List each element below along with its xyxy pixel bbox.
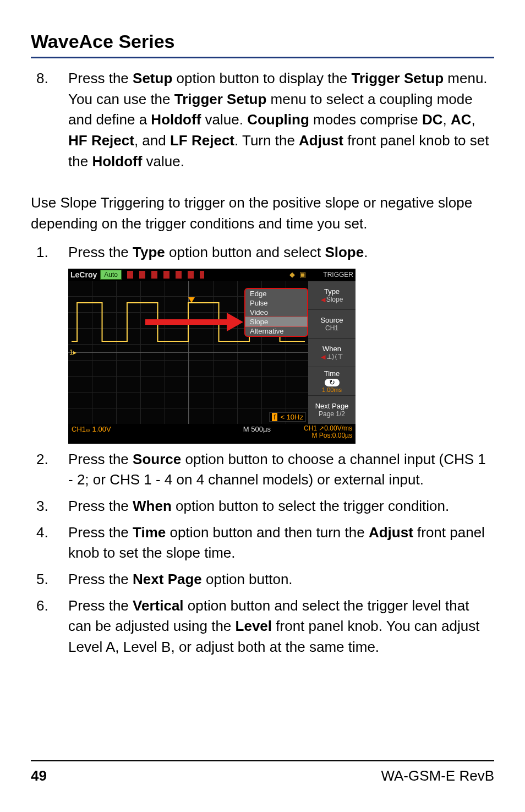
t: . [364,244,368,260]
left-arrow-icon: ◀ [321,353,325,360]
when-bold: When [133,498,172,514]
step-3-number: 3. [31,496,68,517]
red-callout-arrow-icon [145,319,228,325]
status-line-b: M Pos:0.00µs [311,432,352,439]
menu-time-label: Time [324,369,340,378]
page-number: 49 [31,767,47,784]
t: value. [142,153,184,170]
footer-rule [31,760,494,761]
scope-top-bar: LeCroy Auto ◆ ▣ TRIGGER [68,269,356,281]
left-arrow-icon: ◀ [321,296,325,303]
menu-type-value: ◀Slope [321,296,343,303]
holdoff-bold: Holdoff [151,111,201,128]
menu-time[interactable]: Time ↻ 1.00ms [308,367,356,395]
popup-option-alternative[interactable]: Alternative [245,326,307,336]
scope-status-bar: CH1⏛ 1.00V M 500µs CH1 ↗0.00V/ms M Pos:0… [68,424,356,444]
menu-next-page[interactable]: Next Page Page 1/2 [308,395,356,424]
page-footer: 49 WA-GSM-E RevB [31,767,494,784]
freq-value: < 10Hz [278,413,303,421]
t: Press the [68,244,133,260]
slope-intro: Use Slope Triggering to trigger on the p… [31,193,494,234]
menu-source-label: Source [320,316,343,324]
step-8-number: 8. [31,68,68,172]
brand-logo: LeCroy [68,270,97,279]
t: value. [201,111,247,128]
step-4-text: Press the Time option button and then tu… [68,522,494,564]
hfreject-bold: HF Reject [68,132,134,149]
step-6: 6. Press the Vertical option button and … [31,596,494,658]
oscilloscope-screenshot: LeCroy Auto ◆ ▣ TRIGGER 1▸ [68,269,356,444]
coupling-bold: Coupling [247,111,309,128]
t: , [472,111,475,128]
t: Press the [68,451,133,467]
t: , and [134,132,170,149]
header-rule [31,57,494,58]
source-bold: Source [133,451,181,467]
t: option button and select [165,244,325,260]
f-icon: f [272,413,277,421]
popup-option-edge[interactable]: Edge [245,289,307,298]
scope-graticule: 1▸ Edge Pulse Video Slope Alter [68,281,308,424]
step-4: 4. Press the Time option button and then… [31,522,494,564]
series-title: WaveAce Series [31,31,494,52]
step-1-number: 1. [31,242,68,263]
menu-type[interactable]: Type ◀Slope [308,281,356,309]
status-trigger: CH1 ↗0.00V/ms M Pos:0.00µs [304,425,352,439]
t: Press the [68,571,133,587]
t: Slope [326,296,343,303]
popup-option-slope[interactable]: Slope [245,317,308,327]
menu-when[interactable]: When ◀⊥⟩⟨⊤ [308,338,356,367]
status-timebase: M 500µs [243,425,271,433]
step-3-text: Press the When option button to select t… [68,496,494,517]
step-6-text: Press the Vertical option button and sel… [68,596,494,658]
t: Press the [68,70,133,86]
mini-waveform-icon [127,271,204,279]
scope-side-menu: Type ◀Slope Source CH1 When ◀⊥⟩⟨⊤ Time ↻ [308,281,356,424]
frequency-readout: f < 10Hz [269,412,306,422]
trigger-setup-bold: Trigger Setup [352,70,444,86]
slope-bold: Slope [325,244,364,260]
t: option button. [202,571,293,587]
adjust-bold: Adjust [299,132,343,149]
next-page-bold: Next Page [133,571,202,587]
step-2-number: 2. [31,449,68,491]
t: modes comprise [309,111,422,128]
step-4-number: 4. [31,522,68,564]
status-line-a: CH1 ↗0.00V/ms [304,424,352,432]
holdoff-bold-2: Holdoff [92,153,142,170]
when-glyph-icon: ⊥⟩⟨⊤ [326,353,343,361]
center-line-h [68,352,308,353]
t: Press the [68,597,133,614]
lfreject-bold: LF Reject [170,132,234,149]
vertical-bold: Vertical [133,597,184,614]
menu-page-indicator: Page 1/2 [319,410,345,418]
ch1-ground-marker: 1▸ [69,348,76,356]
menu-source[interactable]: Source CH1 [308,309,356,338]
t: Press the [68,498,133,514]
step-5-text: Press the Next Page option button. [68,569,494,590]
step-5: 5. Press the Next Page option button. [31,569,494,590]
menu-when-label: When [322,345,341,353]
type-popup-menu[interactable]: Edge Pulse Video Slope Alternative [244,288,308,337]
level-bold: Level [236,618,272,634]
t: option button to select the trigger cond… [172,498,449,514]
step-8: 8. Press the Setup option button to disp… [31,68,494,172]
menu-type-label: Type [324,287,340,296]
step-5-number: 5. [31,569,68,590]
menu-when-glyph: ◀⊥⟩⟨⊤ [321,353,343,361]
setup-bold: Setup [133,70,172,86]
step-3: 3. Press the When option button to selec… [31,496,494,517]
t: . Turn the [234,132,299,149]
dc-bold: DC [422,111,443,128]
menu-source-value: CH1 [325,324,338,332]
trigger-setup-bold-2: Trigger Setup [174,91,267,107]
menu-next-label: Next Page [315,402,349,410]
ac-bold: AC [451,111,472,128]
popup-option-pulse[interactable]: Pulse [245,298,307,308]
menu-time-value: 1.00ms [322,386,342,393]
step-2-text: Press the Source option button to choose… [68,449,494,491]
auto-chip: Auto [100,270,122,280]
doc-code: WA-GSM-E RevB [381,767,494,784]
popup-option-video[interactable]: Video [245,308,307,317]
top-indicator-icons: ◆ ▣ [289,270,309,279]
